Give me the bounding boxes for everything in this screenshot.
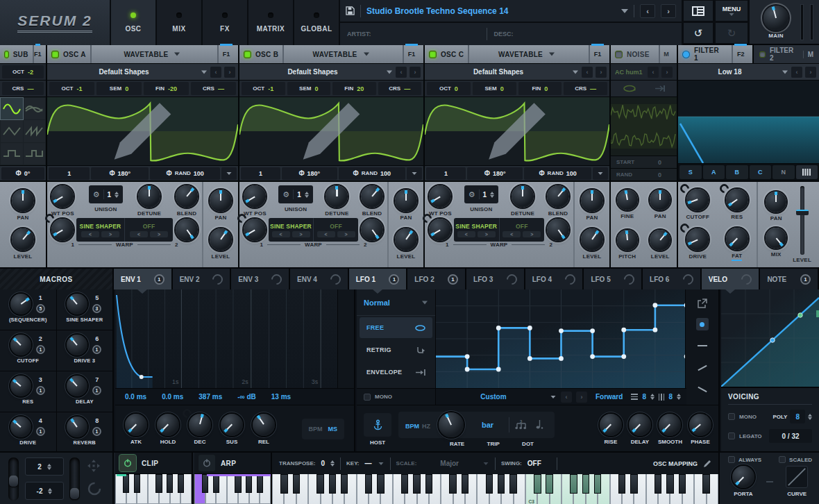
wavetable-next-button[interactable]: ›: [410, 67, 421, 78]
osc-wt-index[interactable]: 1: [49, 167, 90, 180]
tab-matrix[interactable]: MATRIX: [248, 0, 294, 45]
bend-up-stepper[interactable]: 2: [25, 457, 64, 476]
mod-tab-env4[interactable]: ENV 4: [290, 269, 349, 289]
black-key[interactable]: [666, 474, 673, 494]
lfo-expand-icon[interactable]: [697, 299, 707, 309]
osc-type-select[interactable]: WAVETABLE: [468, 45, 584, 63]
sub-enable-led[interactable]: [4, 51, 9, 58]
osc-detune-knob[interactable]: [512, 185, 534, 208]
scale-dropdown-icon[interactable]: [484, 462, 489, 464]
osc-unison-control[interactable]: ⚙1: [278, 185, 312, 203]
osc-wavetable-select[interactable]: Default Shapes: [50, 68, 198, 76]
triplet-icon[interactable]: 3: [515, 419, 529, 430]
lfo-shape-display[interactable]: [436, 289, 686, 388]
osc-phase-field[interactable]: Φ180°: [282, 167, 337, 180]
key-value[interactable]: —: [365, 460, 372, 467]
lfo-smooth-knob[interactable]: [659, 414, 681, 436]
osc-mapping-button[interactable]: OSC MAPPING: [653, 460, 698, 467]
lfo-tool-flat[interactable]: [696, 339, 709, 352]
filter-type-dropdown-icon[interactable]: [782, 70, 788, 74]
scale-value[interactable]: Major: [440, 460, 459, 467]
osc-warp2-knob[interactable]: [176, 219, 198, 241]
tab-fx[interactable]: FX: [203, 0, 248, 45]
osc-warp1-knob[interactable]: [429, 219, 451, 241]
mod-tab-lfo1[interactable]: LFO 11: [349, 269, 408, 289]
black-key[interactable]: [329, 474, 336, 494]
env-hold-knob[interactable]: [157, 414, 179, 436]
tab-osc[interactable]: OSC: [111, 0, 157, 45]
osc-wtpos-knob[interactable]: [51, 185, 74, 208]
sub-filter-route-chip[interactable]: F1: [33, 45, 42, 63]
mod-tab-env1[interactable]: ENV 11: [114, 269, 173, 289]
lfo-phase-knob[interactable]: [689, 414, 711, 436]
noise-oneshot-icon[interactable]: [655, 85, 666, 92]
black-key[interactable]: [123, 474, 129, 493]
warp1-prev[interactable]: <: [81, 231, 99, 237]
key-dropdown-icon[interactable]: [378, 462, 383, 464]
mod-wheel[interactable]: [69, 457, 80, 501]
black-key[interactable]: [655, 474, 661, 494]
osc-waveform-display[interactable]: [239, 96, 423, 165]
lfo-tool-rise[interactable]: [696, 362, 709, 374]
warp2-prev[interactable]: <: [130, 231, 148, 237]
macro-knob[interactable]: [10, 335, 31, 355]
osc-fin-field[interactable]: FIN-20: [144, 82, 189, 95]
clip-mini-keyboard[interactable]: [115, 473, 192, 504]
wavetable-prev-button[interactable]: ‹: [210, 67, 221, 78]
swing-value[interactable]: OFF: [527, 460, 541, 467]
sub-shape-0-selected[interactable]: [1, 98, 23, 119]
black-key[interactable]: [377, 474, 384, 494]
arp-mini-keyboard[interactable]: [194, 473, 271, 504]
osc-type-select[interactable]: WAVETABLE: [90, 45, 213, 63]
sub-shape-4[interactable]: [1, 143, 23, 165]
black-key[interactable]: [486, 474, 493, 494]
warp1-mode-select[interactable]: SINE SHAPER<>: [269, 218, 313, 242]
warp1-next[interactable]: >: [101, 231, 119, 237]
osc-warp1-knob[interactable]: [51, 219, 74, 241]
black-key[interactable]: [534, 474, 541, 494]
wavetable-dropdown-icon[interactable]: [387, 70, 392, 74]
mod-tab-env3[interactable]: ENV 3: [231, 269, 290, 289]
env-release-value[interactable]: 13 ms: [271, 393, 291, 401]
black-key[interactable]: [341, 474, 348, 494]
osc-wavetable-select[interactable]: Default Shapes: [428, 68, 569, 76]
osc-sem-field[interactable]: SEM0: [473, 82, 516, 95]
osc-phase-field[interactable]: Φ180°: [467, 167, 523, 180]
mod-tab-lfo4[interactable]: LFO 4: [525, 269, 584, 289]
osc-detune-knob[interactable]: [326, 185, 348, 208]
lfo-free-option[interactable]: FREE: [360, 317, 432, 338]
filter-route-c-button[interactable]: C: [750, 165, 772, 179]
gear-icon[interactable]: ⚙: [93, 190, 100, 199]
black-key[interactable]: [570, 474, 577, 494]
filter-mix-knob[interactable]: [766, 228, 786, 249]
black-key[interactable]: [235, 474, 241, 493]
sub-shape-5[interactable]: [24, 143, 46, 165]
filter-drive-knob[interactable]: [686, 228, 709, 251]
osc-phase-field[interactable]: Φ180°: [91, 167, 149, 180]
osc-rand-field[interactable]: ΦRAND100: [524, 167, 591, 180]
preset-dropdown-icon[interactable]: [621, 9, 628, 13]
lfo-delay-knob[interactable]: [629, 414, 651, 436]
wavetable-next-button[interactable]: ›: [224, 67, 235, 78]
warp2-prev[interactable]: <: [317, 231, 335, 237]
sub-level-knob[interactable]: [12, 228, 34, 251]
lfo-shape-select[interactable]: Custom: [441, 393, 546, 401]
save-icon[interactable]: [346, 6, 355, 15]
lfo-rise-knob[interactable]: [600, 414, 622, 436]
mod-tab-lfo5[interactable]: LFO 5: [584, 269, 643, 289]
black-key[interactable]: [280, 474, 287, 494]
preset-name[interactable]: Studio Brootle Techno Sequence 14: [366, 6, 616, 16]
warp2-mode-select[interactable]: OFF<>: [125, 218, 173, 242]
preset-next-button[interactable]: ›: [661, 4, 676, 18]
porta-scaled-checkbox[interactable]: [779, 456, 786, 463]
lfo-mode-select[interactable]: Normal: [357, 289, 435, 316]
filter-res-knob[interactable]: [726, 189, 748, 211]
redo-button[interactable]: ↻: [715, 22, 748, 44]
env-rel-knob[interactable]: [253, 414, 275, 436]
sub-crs-field[interactable]: CRS—: [2, 82, 44, 95]
osc-detune-knob[interactable]: [138, 185, 160, 208]
lfo-tool-point[interactable]: [696, 318, 709, 330]
filter-type-select[interactable]: Low 18: [681, 68, 779, 76]
filter-cutoff-knob[interactable]: [686, 189, 709, 211]
lfo-direction-select[interactable]: Forward: [596, 393, 623, 401]
